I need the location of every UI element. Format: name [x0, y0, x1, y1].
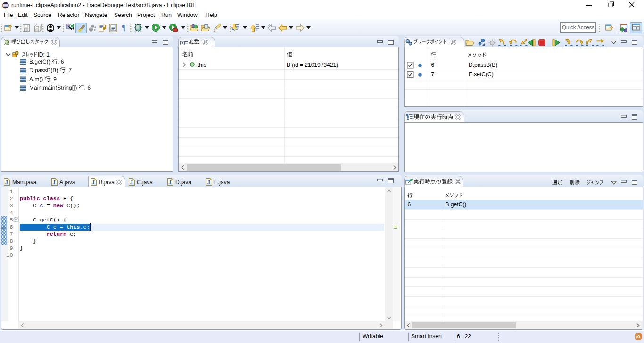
svg-text:J: J	[5, 179, 8, 186]
svg-text:J: J	[53, 179, 56, 186]
svg-text:J: J	[130, 179, 133, 186]
svg-text:J: J	[92, 179, 95, 186]
svg-text:J: J	[207, 179, 210, 186]
svg-text:J: J	[169, 179, 172, 186]
